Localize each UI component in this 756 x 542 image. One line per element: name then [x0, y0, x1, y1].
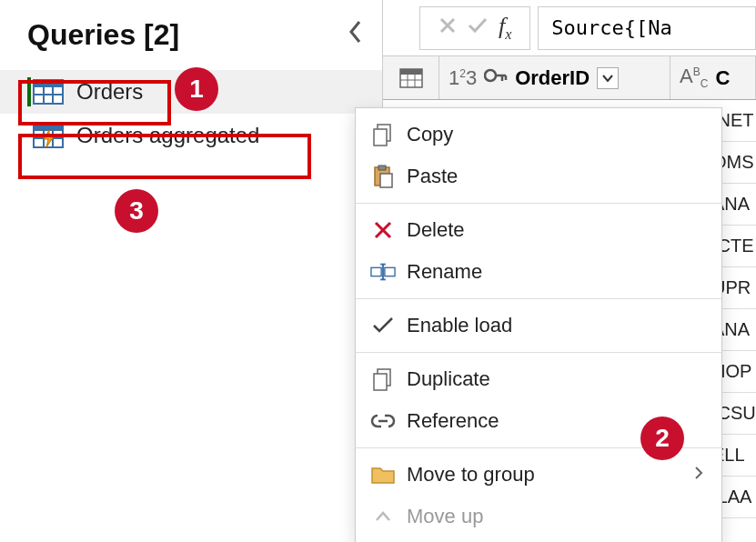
key-icon: [484, 66, 508, 90]
rename-icon: [370, 262, 396, 282]
menu-enable-load[interactable]: Enable load: [356, 305, 721, 346]
svg-rect-11: [400, 69, 422, 75]
menu-label: Enable load: [407, 314, 512, 337]
svg-rect-24: [371, 267, 381, 276]
query-item-orders-aggregated[interactable]: Orders aggregated: [0, 114, 382, 157]
reference-icon: [370, 412, 396, 430]
query-item-label: Orders: [76, 79, 143, 105]
svg-rect-23: [380, 174, 392, 187]
move-up-icon: [370, 509, 396, 524]
menu-copy[interactable]: Copy: [356, 114, 721, 156]
menu-duplicate[interactable]: Duplicate: [356, 358, 721, 400]
svg-rect-6: [34, 124, 63, 131]
text-type-icon: ABC: [680, 65, 708, 90]
menu-separator: [356, 447, 721, 448]
menu-label: Reference: [407, 409, 499, 433]
svg-rect-25: [385, 267, 395, 276]
paste-icon: [370, 165, 396, 188]
menu-separator: [356, 352, 721, 353]
formula-input[interactable]: Source{[Na: [538, 6, 756, 50]
delete-icon: [370, 220, 396, 240]
column-header-row: 123 OrderID ABC C: [383, 56, 756, 100]
column-label: OrderID: [515, 66, 590, 90]
table-icon: [33, 79, 64, 105]
menu-label: Delete: [407, 218, 465, 242]
menu-label: Move to group: [407, 463, 535, 487]
menu-move-up[interactable]: Move up: [356, 496, 721, 537]
chevron-right-icon: [694, 466, 703, 485]
query-context-menu: Copy Paste Delete Rename Enable load Dup…: [355, 107, 722, 542]
formula-bar: fx Source{[Na: [383, 0, 756, 56]
menu-reference[interactable]: Reference: [356, 400, 721, 442]
svg-point-15: [485, 70, 496, 81]
column-header-2[interactable]: ABC C: [670, 56, 756, 99]
menu-rename[interactable]: Rename: [356, 251, 721, 293]
query-item-label: Orders aggregated: [76, 123, 259, 148]
table-corner-button[interactable]: [383, 56, 439, 99]
menu-label: Duplicate: [407, 367, 490, 391]
cancel-icon[interactable]: [438, 16, 457, 40]
menu-move-to-group[interactable]: Move to group: [356, 454, 721, 496]
query-list: Orders Orders aggregated: [0, 70, 382, 157]
menu-separator: [356, 203, 721, 204]
queries-sidebar: Queries [2] Orders: [0, 0, 382, 542]
checkmark-icon: [370, 316, 396, 335]
number-type-icon: 123: [449, 66, 477, 90]
query-item-orders[interactable]: Orders: [0, 70, 382, 114]
copy-icon: [370, 123, 396, 146]
formula-bar-controls: fx: [419, 6, 530, 50]
menu-label: Paste: [407, 165, 458, 188]
menu-paste[interactable]: Paste: [356, 156, 721, 197]
fx-icon: fx: [499, 13, 511, 43]
svg-rect-1: [34, 80, 63, 87]
svg-rect-30: [374, 374, 387, 390]
folder-icon: [370, 465, 396, 485]
column-filter-dropdown[interactable]: [597, 67, 619, 89]
menu-label: Copy: [407, 123, 453, 146]
confirm-icon[interactable]: [468, 16, 488, 40]
duplicate-icon: [370, 367, 396, 391]
table-lightning-icon: [33, 123, 64, 148]
column-header-orderid[interactable]: 123 OrderID: [439, 56, 670, 99]
menu-label: Move up: [407, 505, 483, 528]
collapse-sidebar-button[interactable]: [348, 19, 364, 51]
queries-title: Queries [2]: [27, 18, 179, 52]
svg-rect-20: [374, 129, 387, 146]
menu-label: Rename: [407, 260, 482, 284]
sidebar-header: Queries [2]: [0, 0, 382, 70]
svg-rect-22: [378, 166, 386, 170]
column-label: C: [715, 66, 730, 90]
menu-separator: [356, 298, 721, 299]
menu-delete[interactable]: Delete: [356, 209, 721, 251]
